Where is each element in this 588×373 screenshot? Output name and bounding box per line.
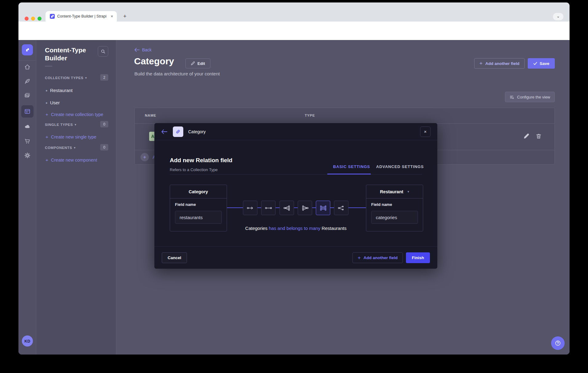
column-header-type: TYPE <box>305 114 315 117</box>
content-manager-feather-icon[interactable] <box>24 78 31 85</box>
browser-tab[interactable]: Content-Type Builder | Strapi × <box>46 11 117 22</box>
target-field-name-input[interactable] <box>371 211 418 224</box>
section-components[interactable]: COMPONENTS▾ <box>45 146 76 150</box>
relation-many-way-button[interactable] <box>334 201 348 215</box>
marketplace-cart-icon[interactable] <box>24 138 31 145</box>
collection-types-count-badge: 2 <box>100 74 108 81</box>
browser-toolbar: localhost:1337/admin/plugins/content-typ… <box>18 22 570 40</box>
modal-back-icon[interactable] <box>161 129 167 135</box>
chevron-down-icon: ▾ <box>407 190 409 193</box>
single-types-count-badge: 0 <box>100 121 108 127</box>
add-relation-field-modal: Category × Add new Relation field Refers… <box>154 123 437 269</box>
modal-header: Category × <box>154 123 437 140</box>
home-icon[interactable] <box>24 64 31 70</box>
rail-divider <box>18 60 36 61</box>
active-tab-underline <box>327 174 371 174</box>
create-single-type-link[interactable]: +Create new single type <box>46 134 96 139</box>
content-type-builder-icon <box>24 108 31 115</box>
new-tab-button[interactable]: + <box>121 13 129 20</box>
section-single-types[interactable]: SINGLE TYPES▾ <box>45 123 76 126</box>
target-field-name-label: Field name <box>371 202 392 207</box>
modal-footer: Cancel + Add another field Finish <box>154 246 437 269</box>
one-to-many-icon <box>283 205 291 211</box>
plus-icon: + <box>46 157 48 162</box>
row-delete-trash-icon[interactable] <box>536 133 542 139</box>
source-field-name-input[interactable] <box>175 211 222 224</box>
content-type-builder-nav-item[interactable] <box>21 105 34 118</box>
traffic-zoom-button[interactable] <box>38 17 42 21</box>
help-button[interactable] <box>551 336 565 350</box>
strapi-admin-page: KD Content-Type Builder COLLECTION TYPES… <box>18 40 570 355</box>
relation-one-to-one-button[interactable] <box>261 201 276 215</box>
edit-button[interactable]: Edit <box>185 58 210 68</box>
sidebar-divider <box>45 66 52 66</box>
relation-sentence-highlight: has and belongs to many <box>269 226 320 231</box>
strapi-favicon <box>50 14 55 19</box>
target-collection-select[interactable]: Restaurant ▾ <box>366 185 423 199</box>
target-collection-card: Restaurant ▾ Field name <box>366 185 423 231</box>
modal-close-button[interactable]: × <box>420 126 431 137</box>
configure-list-icon <box>510 95 514 99</box>
page-title: Category <box>134 56 174 66</box>
tab-close-icon[interactable]: × <box>110 14 114 19</box>
media-library-icon[interactable] <box>24 92 31 99</box>
relation-many-to-one-button[interactable] <box>298 201 312 215</box>
user-avatar[interactable]: KD <box>22 335 33 347</box>
modal-subtitle: Refers to a Collection Type <box>170 167 218 172</box>
sidebar-search-button[interactable] <box>98 46 108 57</box>
plus-icon: + <box>46 112 48 117</box>
screenshot-stage: Content-Type Builder | Strapi × + ⌄ loca… <box>0 0 588 373</box>
modal-breadcrumb: Category <box>188 129 206 134</box>
traffic-minimize-button[interactable] <box>31 17 35 21</box>
create-collection-type-link[interactable]: +Create new collection type <box>46 112 103 117</box>
relation-one-to-many-button[interactable] <box>280 201 294 215</box>
relation-one-way-button[interactable] <box>243 201 257 215</box>
one-to-one-icon <box>264 205 272 211</box>
strapi-logo-icon <box>25 47 30 53</box>
save-button[interactable]: Save <box>528 58 555 69</box>
row-edit-pencil-icon[interactable] <box>523 133 529 139</box>
bullet-icon: ● <box>46 101 48 105</box>
finish-button[interactable]: Finish <box>406 252 430 263</box>
modal-add-another-field-button[interactable]: + Add another field <box>352 252 403 263</box>
tab-search-chevron-button[interactable]: ⌄ <box>553 13 563 20</box>
plus-icon: + <box>479 60 483 66</box>
cancel-button[interactable]: Cancel <box>162 252 187 263</box>
configure-view-button[interactable]: Configure the view <box>505 92 555 102</box>
check-icon <box>533 62 537 65</box>
sidebar-item-restaurant[interactable]: ●Restaurant <box>46 88 73 93</box>
many-to-one-icon <box>301 205 309 211</box>
add-field-plus-button[interactable]: + <box>141 153 149 161</box>
one-way-icon <box>246 205 254 211</box>
back-arrow-icon <box>134 48 140 52</box>
settings-gear-icon[interactable] <box>24 152 31 159</box>
back-link[interactable]: Back <box>134 47 152 52</box>
bullet-icon: ● <box>46 89 48 92</box>
page-subtitle: Build the data architecture of your cont… <box>134 71 220 76</box>
add-another-field-header-button[interactable]: + Add another field <box>474 58 525 69</box>
components-count-badge: 0 <box>100 144 108 150</box>
many-to-many-icon <box>319 205 327 211</box>
relation-field-icon-box <box>173 126 183 137</box>
tab-strip: Content-Type Builder | Strapi × + ⌄ <box>18 2 570 22</box>
tab-basic-settings[interactable]: BASIC SETTINGS <box>333 164 370 169</box>
pencil-icon <box>191 61 195 66</box>
question-mark-icon <box>554 340 561 347</box>
section-collection-types[interactable]: COLLECTION TYPES▾ <box>45 76 87 80</box>
relation-many-to-many-button[interactable] <box>316 201 330 215</box>
many-way-icon <box>337 205 345 211</box>
browser-window: Content-Type Builder | Strapi × + ⌄ loca… <box>18 2 570 355</box>
traffic-close-button[interactable] <box>25 17 29 21</box>
strapi-logo[interactable] <box>22 44 33 55</box>
cloud-icon[interactable] <box>24 123 31 130</box>
source-field-name-label: Field name <box>175 202 196 207</box>
chevron-down-icon: ▾ <box>75 123 76 126</box>
plus-icon: + <box>358 255 361 261</box>
sidebar-title: Content-Type Builder <box>45 46 97 62</box>
content-type-builder-sidebar: Content-Type Builder COLLECTION TYPES▾ 2… <box>36 40 116 355</box>
modal-body-divider <box>170 174 422 174</box>
create-component-link[interactable]: +Create new component <box>46 157 97 162</box>
tab-advanced-settings[interactable]: ADVANCED SETTINGS <box>376 164 424 169</box>
sidebar-item-user[interactable]: ●User <box>46 100 60 105</box>
source-collection-card: Category Field name <box>170 185 227 231</box>
